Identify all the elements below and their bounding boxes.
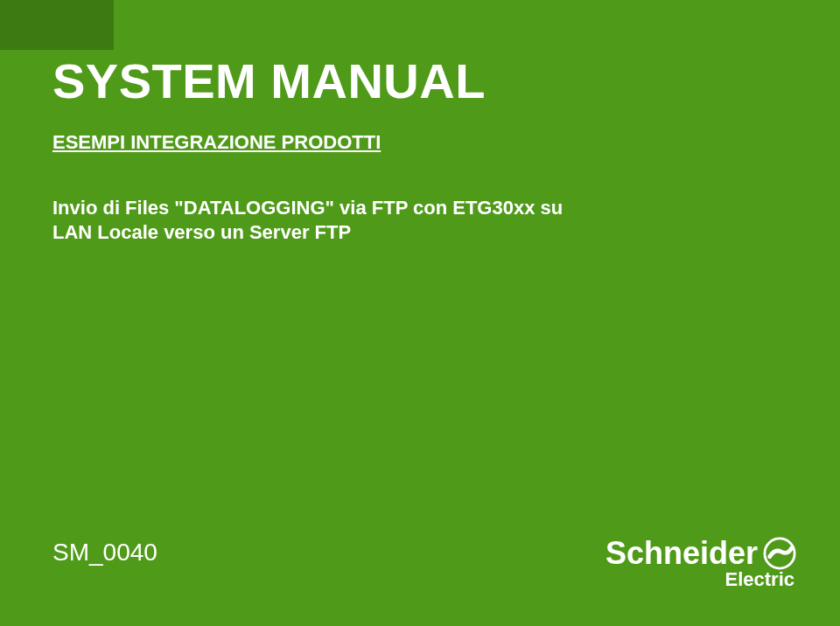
- brand-sub: Electric: [725, 568, 795, 590]
- brand-logo: Schneider Electric: [606, 535, 796, 591]
- subtitle: ESEMPI INTEGRAZIONE PRODOTTI: [52, 131, 381, 154]
- page-title: SYSTEM MANUAL: [52, 52, 486, 109]
- brand-name: Schneider: [606, 535, 758, 572]
- body-line-1: Invio di Files "DATALOGGING" via FTP con…: [52, 197, 563, 219]
- body-line-2: LAN Locale verso un Server FTP: [52, 221, 351, 244]
- svg-point-0: [765, 539, 794, 568]
- accent-block: [0, 0, 114, 50]
- brand-swirl-icon: [763, 537, 796, 570]
- document-code: SM_0040: [52, 539, 158, 567]
